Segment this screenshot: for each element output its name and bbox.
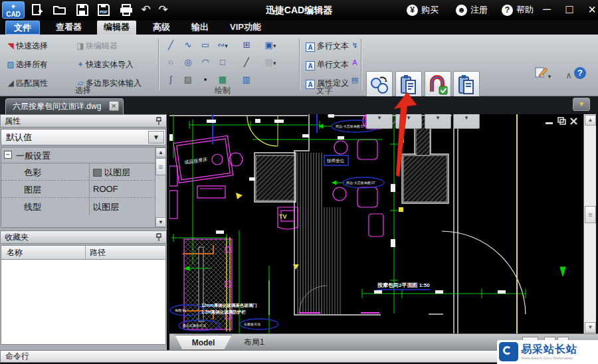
doc-list-dropdown[interactable]: ▼ xyxy=(573,98,590,111)
select-all-button[interactable]: ▧选择所有 xyxy=(5,58,48,70)
doc-tab-close-icon[interactable]: ✕ xyxy=(109,101,119,111)
thickline-tool-icon[interactable]: ╱ xyxy=(239,56,254,69)
point-tool-icon[interactable]: ▪ xyxy=(198,73,213,86)
tab-editor[interactable]: 编辑器 xyxy=(97,21,136,35)
svg-text:石膏板吊顶: 石膏板吊顶 xyxy=(244,322,260,327)
cad-canvas[interactable]: 成品按摩床 技师坐位 TV 按摩包间2平面图 1:50 12mm厚钢化玻璃茶色玻… xyxy=(169,114,583,333)
properties-table: − 一般设置 色彩 以图层 图层 ROOF 线型 以图层 ▲ ▼ xyxy=(1,147,166,228)
rectangle-tool-icon[interactable]: ▭ xyxy=(198,39,213,52)
color-swatch[interactable] xyxy=(93,169,102,177)
spline-tool-icon[interactable]: ∾ xyxy=(215,39,230,52)
tab-file[interactable]: 文件 xyxy=(5,21,40,35)
document-tab[interactable]: 六层按摩包间立面详.dwg ✕ xyxy=(5,98,124,114)
redo-icon[interactable]: ↷ xyxy=(154,2,172,18)
tab-advanced[interactable]: 高级 xyxy=(146,21,177,35)
help-button[interactable]: ?帮助 xyxy=(502,0,534,20)
favorites-panel-header[interactable]: 收藏夹 xyxy=(0,230,167,244)
line-tool-icon[interactable]: ╱ xyxy=(163,39,178,52)
edit-text-icon[interactable]: ▤ xyxy=(348,73,362,86)
register-button[interactable]: ☻注册 xyxy=(456,0,488,20)
edit-dropdown-caret[interactable] xyxy=(454,114,479,120)
circle-tool-icon[interactable]: ○ xyxy=(163,56,178,69)
properties-panel-header[interactable]: 属性 xyxy=(0,114,167,128)
copy-tool-icon[interactable]: □ xyxy=(215,56,230,69)
block-insert-icon[interactable]: ⊞ xyxy=(239,39,254,52)
group-tool-icon[interactable]: ▤ xyxy=(263,56,278,69)
section-detail xyxy=(183,237,232,331)
text-group-label: 文字 xyxy=(304,85,344,96)
preset-combobox[interactable]: 默认值 ▼ xyxy=(1,129,166,145)
open-file-icon[interactable] xyxy=(50,2,68,18)
group-separator xyxy=(158,39,159,90)
table-tool-icon[interactable]: ▥ xyxy=(239,73,254,86)
title-bar: ⌖CAD PDF ↶ ↷ 迅捷CAD编辑器 ¥购买 ☻注册 ?帮助 ─ □ × xyxy=(0,0,598,20)
layout1-tab[interactable]: 布局1 xyxy=(244,335,264,350)
cad-logo[interactable]: ⌖CAD xyxy=(2,1,25,19)
region-tool-icon[interactable]: ▣ xyxy=(263,39,278,52)
svg-text:周边-大芯板饰面 07: 周边-大芯板饰面 07 xyxy=(336,124,365,129)
circle2-tool-icon[interactable]: ◎ xyxy=(181,56,195,69)
scroll-up-icon[interactable]: ▲ xyxy=(155,147,166,157)
find-replace-icon[interactable]: ↯ xyxy=(348,39,362,52)
model-tab[interactable]: Model xyxy=(175,335,232,350)
new-file-icon[interactable] xyxy=(28,2,46,18)
match-properties-icon: ◢ xyxy=(5,77,16,89)
scroll-down-icon[interactable]: ▼ xyxy=(585,322,596,333)
hatch-tool-icon[interactable]: ▨ xyxy=(181,73,195,86)
quick-edit-pencil-icon[interactable] xyxy=(532,66,554,80)
svg-text:防水石膏板吊顶: 防水石膏板吊顶 xyxy=(183,323,206,328)
scroll-thumb[interactable] xyxy=(585,206,596,223)
tab-vip[interactable]: VIP功能 xyxy=(223,21,268,35)
group-separator xyxy=(299,39,300,90)
save-pdf-icon[interactable]: PDF xyxy=(94,2,112,18)
collapse-group-icon[interactable]: − xyxy=(4,151,12,159)
pin-icon[interactable] xyxy=(155,233,163,242)
close-button[interactable]: × xyxy=(582,0,598,20)
quick-select-icon: ◥ xyxy=(5,40,16,52)
buy-button[interactable]: ¥购买 xyxy=(407,0,439,20)
spline2-tool-icon[interactable]: ∫ xyxy=(163,73,178,86)
property-row-linetype[interactable]: 线型 以图层 xyxy=(1,198,165,215)
entity-import-button[interactable]: +快速实体导入 xyxy=(75,58,134,70)
scroll-down-icon[interactable]: ▼ xyxy=(155,217,166,227)
svg-text:饰面-01: 饰面-01 xyxy=(175,308,186,313)
col-name[interactable]: 名称 xyxy=(7,246,23,259)
match-properties-button[interactable]: ◢匹配属性 xyxy=(5,77,48,89)
properties-dropdown-caret[interactable] xyxy=(396,114,421,120)
properties-icon xyxy=(396,74,421,98)
property-row-layer[interactable]: 图层 ROOF xyxy=(1,181,165,198)
block-editor-icon: ◨ xyxy=(75,40,86,52)
ribbon-help-icon[interactable]: ? xyxy=(573,66,587,80)
pin-icon[interactable] xyxy=(155,117,163,126)
col-path[interactable]: 路径 xyxy=(90,246,106,259)
quick-select-button[interactable]: ◥快速选择 xyxy=(5,40,48,52)
print-icon[interactable] xyxy=(117,2,135,18)
tools-icon xyxy=(367,74,392,98)
property-row-color[interactable]: 色彩 以图层 xyxy=(1,163,165,181)
ribbon: ◥快速选择 ▧选择所有 ◢匹配属性 ◨块编辑器 +快速实体导入 ▱多边形实体输入… xyxy=(0,35,598,96)
dtext-button[interactable]: A单行文本 xyxy=(306,58,349,70)
canvas-vscrollbar[interactable]: ▲ ▼ xyxy=(583,114,596,333)
tab-viewer[interactable]: 查看器 xyxy=(49,21,88,35)
polyline-tool-icon[interactable]: ∿ xyxy=(181,39,195,52)
maximize-button[interactable]: □ xyxy=(559,0,579,20)
combo-dropdown-icon[interactable]: ▼ xyxy=(148,131,164,143)
save-icon[interactable] xyxy=(73,2,91,18)
properties-scrollbar[interactable]: ▲ ▼ xyxy=(155,147,165,227)
select-group-label: 选择 xyxy=(63,85,103,96)
scroll-thumb[interactable] xyxy=(155,158,166,175)
image-tool-icon[interactable]: ▦ xyxy=(215,73,230,86)
arc-tool-icon[interactable]: ◠ xyxy=(198,56,213,69)
undo-icon[interactable]: ↶ xyxy=(137,2,155,18)
scroll-up-icon[interactable]: ▲ xyxy=(585,115,596,126)
tools-dropdown-caret[interactable] xyxy=(367,114,392,120)
snap-magnet-icon xyxy=(425,74,450,98)
block-editor-button[interactable]: ◨块编辑器 xyxy=(75,40,118,52)
group-row[interactable]: − 一般设置 xyxy=(1,147,165,163)
tab-output[interactable]: 输出 xyxy=(185,21,215,35)
snap-dropdown-caret[interactable] xyxy=(425,114,450,120)
favorites-list-empty[interactable] xyxy=(1,260,166,345)
text-style-icon[interactable]: A xyxy=(348,56,362,69)
mtext-button[interactable]: A多行文本 xyxy=(306,40,349,52)
minimize-button[interactable]: ─ xyxy=(537,0,557,20)
